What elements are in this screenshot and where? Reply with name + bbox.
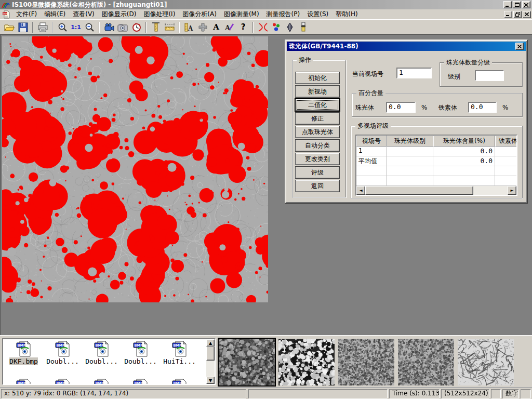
print-button[interactable] [36, 21, 49, 34]
mdi-restore-button[interactable] [513, 11, 522, 18]
save-button[interactable] [16, 21, 30, 34]
table-row[interactable]: 1 0.0 [356, 147, 516, 156]
thumbnail-1[interactable] [219, 339, 275, 385]
pen-button[interactable] [283, 21, 297, 34]
file-item[interactable]: BMP [121, 379, 160, 385]
new-field-button[interactable]: 新视场 [295, 85, 340, 98]
text-button[interactable]: A [209, 21, 223, 34]
timer-button[interactable] [129, 21, 143, 34]
height-gauge-button[interactable] [149, 21, 163, 34]
table-horizontal-scrollbar[interactable]: ◄ ► [356, 186, 516, 195]
correct-button[interactable]: 修正 [295, 112, 340, 125]
open-button[interactable] [3, 21, 16, 34]
percent-group: 百分含量 [352, 93, 523, 117]
bmp-file-icon: BMP [172, 379, 188, 385]
thumbnail-2[interactable] [278, 339, 335, 385]
file-item[interactable]: BMP [160, 379, 199, 385]
rating-table: 视场号 珠光体级别 珠光体含量(%) 铁素体含量(%) 1 0.0 平均值 0.… [355, 135, 517, 196]
close-icon [525, 12, 529, 16]
file-item[interactable]: BMP HuiTi... [160, 341, 199, 365]
auto-classify-button[interactable]: 自动分类 [295, 139, 340, 152]
toolbar-separator [145, 22, 147, 33]
close-icon [517, 45, 522, 48]
file-item[interactable]: BMP [43, 379, 82, 385]
annotate-button[interactable]: A [223, 21, 236, 34]
label-measure-button[interactable]: A [182, 21, 196, 34]
grade-group-label: 珠光体数量分级 [444, 58, 492, 67]
toolbar-separator [252, 22, 254, 33]
scroll-up-button[interactable]: ▲ [206, 339, 215, 347]
grade-input[interactable] [475, 70, 504, 81]
return-button[interactable]: 返回 [295, 180, 340, 192]
thumbnail-4[interactable] [398, 339, 454, 385]
calibration-curve-button[interactable] [256, 21, 270, 34]
file-item[interactable]: BMP Doubl... [82, 341, 121, 365]
video-capture-button[interactable] [102, 21, 116, 34]
mdi-minimize-button[interactable] [504, 11, 512, 18]
bmp-file-icon: BMP [94, 379, 110, 385]
thumbnail-3[interactable] [338, 339, 394, 385]
file-item[interactable]: BMP [82, 379, 121, 385]
file-name: HuiTi... [163, 357, 196, 365]
binarize-button[interactable]: 二值化 [295, 99, 340, 111]
scrollbar-thumb[interactable] [365, 186, 473, 195]
brush-button[interactable] [297, 21, 310, 34]
specimen-image[interactable] [2, 36, 268, 302]
table-header: 视场号 珠光体级别 珠光体含量(%) 铁素体含量(%) [356, 136, 516, 147]
menu-edit[interactable]: 编辑(E) [41, 9, 69, 19]
zoom-in-button[interactable] [56, 21, 69, 34]
menu-file[interactable]: 文件(F) [12, 9, 41, 19]
file-list-scrollbar[interactable]: ▲ ▼ [206, 339, 215, 384]
mdi-close-button[interactable] [523, 11, 531, 18]
pick-pearlite-button[interactable]: 点取珠光体 [295, 126, 340, 138]
ruler-button[interactable] [163, 21, 176, 34]
menu-view[interactable]: 查看(V) [69, 9, 98, 19]
menu-help[interactable]: 帮助(H) [332, 9, 361, 19]
scrollbar-thumb[interactable] [206, 347, 215, 361]
scroll-down-button[interactable]: ▼ [206, 377, 215, 384]
scroll-left-button[interactable]: ◄ [356, 186, 365, 195]
phase-marker-button[interactable] [270, 21, 283, 34]
stitch-button[interactable] [196, 21, 209, 34]
table-row[interactable]: 平均值 0.0 [356, 156, 516, 166]
zoom-out-button[interactable] [83, 21, 96, 34]
minimize-button[interactable] [503, 1, 512, 8]
rate-button[interactable]: 评级 [295, 166, 340, 179]
status-panel-empty [248, 389, 388, 398]
help-button[interactable]: ? [236, 21, 250, 34]
close-button[interactable] [522, 1, 530, 8]
pearlite-percent-input[interactable]: 0.0 [386, 102, 416, 113]
dialog-title-bar: 珠光体(GB/T9441-88) [287, 42, 526, 51]
file-item[interactable]: BMP Doubl... [43, 341, 82, 365]
menu-settings[interactable]: 设置(S) [303, 9, 332, 19]
file-list[interactable]: BMP DKF.bmp BMP [2, 338, 216, 385]
cell-grade [387, 147, 433, 156]
file-item[interactable]: BMP DKF.bmp [4, 341, 43, 365]
svg-text:BMP: BMP [17, 381, 25, 385]
cell-field: 1 [356, 147, 387, 156]
menu-image-process[interactable]: 图像处理(I) [140, 9, 179, 19]
ferrite-label: 铁素体 [438, 103, 457, 112]
status-panel-empty [491, 389, 501, 398]
initialize-button[interactable]: 初始化 [295, 72, 340, 84]
maximize-button[interactable] [513, 1, 521, 8]
change-class-button[interactable]: 更改类别 [295, 153, 340, 165]
ferrite-percent-input[interactable]: 0.0 [468, 102, 497, 113]
current-field-input[interactable]: 1 [396, 68, 432, 78]
file-item[interactable]: BMP Doubl... [121, 341, 160, 365]
scroll-right-button[interactable]: ► [508, 186, 516, 195]
percent-group-label: 百分含量 [356, 89, 385, 98]
snapshot-button[interactable] [116, 21, 129, 34]
menu-image-measure[interactable]: 图像测量(M) [220, 9, 263, 19]
actual-size-button[interactable]: 1:1 [69, 21, 83, 34]
help-label: ? [241, 22, 246, 32]
printer-icon [37, 22, 48, 32]
file-item[interactable]: BMP [4, 379, 43, 385]
window-title: IS100显微摄像系统(金相分析版) - [zhuguangti01] [12, 1, 167, 9]
menu-report[interactable]: 测量报告(P) [263, 9, 304, 19]
menu-image-display[interactable]: 图像显示(D) [98, 9, 140, 19]
operations-group-label: 操作 [297, 56, 313, 64]
thumbnail-5[interactable] [458, 339, 514, 385]
dialog-close-button[interactable] [515, 43, 524, 50]
menu-image-analysis[interactable]: 图像分析(A) [179, 9, 220, 19]
